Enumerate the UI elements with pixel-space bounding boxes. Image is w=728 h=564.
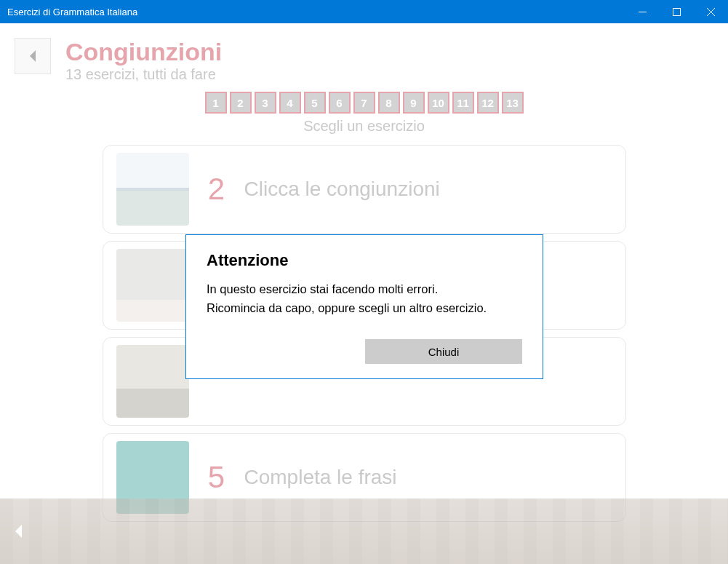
titlebar: Esercizi di Grammatica Italiana <box>0 0 728 23</box>
window-title: Esercizi di Grammatica Italiana <box>7 7 625 17</box>
window-controls <box>625 0 728 23</box>
close-button[interactable] <box>694 0 728 23</box>
warning-dialog: Attenzione In questo esercizio stai face… <box>185 234 543 379</box>
dialog-body: In questo esercizio stai facendo molti e… <box>207 280 522 317</box>
maximize-button[interactable] <box>660 0 694 23</box>
app-window: Esercizi di Grammatica Italiana Congiunz… <box>0 0 728 564</box>
minimize-button[interactable] <box>625 0 660 23</box>
dialog-title: Attenzione <box>207 251 522 270</box>
client-area: Congiunzioni 13 esercizi, tutti da fare … <box>0 23 728 564</box>
dialog-close-button[interactable]: Chiudi <box>365 339 522 364</box>
dialog-line: Ricomincia da capo, oppure scegli un alt… <box>207 301 487 314</box>
svg-rect-1 <box>673 8 681 15</box>
dialog-line: In questo esercizio stai facendo molti e… <box>207 282 438 295</box>
